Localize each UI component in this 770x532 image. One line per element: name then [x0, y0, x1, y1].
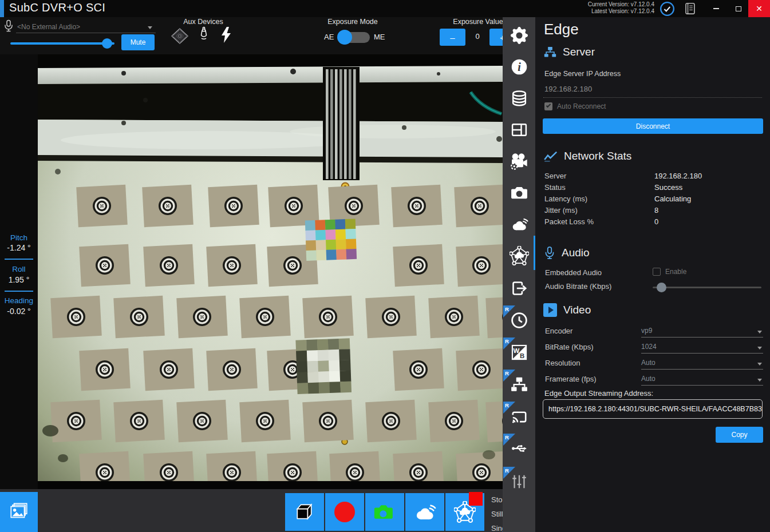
chevron-down-icon[interactable] — [148, 26, 152, 29]
auto-reconnect-row: Auto Reconnect — [544, 102, 606, 110]
sidebar-item-cast[interactable]: R — [503, 401, 535, 432]
sidebar-item-video-settings[interactable] — [503, 146, 535, 177]
audio-section-heading: Audio — [544, 246, 590, 260]
camera-icon — [511, 185, 528, 200]
sidebar-item-info[interactable]: i — [503, 51, 535, 82]
input-underline — [543, 97, 762, 98]
stream-address-label: Edge Output Streaming Address: — [544, 389, 653, 398]
page-title: Edge — [544, 21, 579, 38]
sidebar-item-cloud[interactable] — [503, 209, 535, 240]
svg-text:B: B — [519, 352, 524, 359]
edge-panel: Edge Server Edge Server IP Address 192.1… — [535, 17, 770, 532]
exposure-value: 0 — [468, 32, 487, 41]
server-section-heading: Server — [544, 46, 595, 58]
network-stats-heading: Network Stats — [544, 150, 631, 162]
sidebar-item-still-camera[interactable] — [503, 177, 535, 208]
copy-button[interactable]: Copy — [716, 427, 763, 443]
ip-address-input[interactable]: 192.168.2.180 — [544, 85, 592, 93]
sidebar-item-storage[interactable] — [503, 83, 535, 114]
sidebar-item-adjustments[interactable]: R — [503, 466, 535, 497]
divider — [5, 291, 33, 292]
gear-icon — [511, 27, 528, 44]
mute-button[interactable]: Mute — [121, 34, 155, 50]
cube-3d-icon — [294, 502, 315, 522]
audio-bitrate-knob[interactable] — [657, 283, 666, 292]
exposure-mode-label: Exposure Mode — [315, 18, 390, 26]
update-check-icon — [657, 0, 677, 17]
minimize-button[interactable] — [707, 0, 725, 17]
edge-pentagon-icon — [510, 246, 529, 265]
sidebar-item-export[interactable] — [503, 273, 535, 304]
divider — [5, 259, 33, 260]
stat-row: Latency (ms)Calculating — [544, 194, 762, 206]
bitrate-label: BitRate (Kbps) — [545, 343, 594, 351]
still-camera-icon — [373, 503, 396, 521]
usb-icon — [510, 440, 528, 456]
me-label: ME — [374, 33, 385, 41]
sidebar-item-edge[interactable] — [503, 240, 535, 271]
camera-feed — [38, 54, 503, 489]
embedded-audio-label: Embedded Audio — [545, 268, 602, 277]
laser-diamond-icon[interactable] — [171, 27, 189, 47]
sidebar-item-white-balance[interactable]: R WB — [503, 337, 535, 368]
chevron-down-icon[interactable] — [757, 363, 762, 366]
close-button[interactable]: ✕ — [748, 0, 770, 17]
chevron-down-icon[interactable] — [757, 331, 762, 334]
microphone-icon — [544, 246, 555, 260]
cube-3d-button[interactable] — [285, 493, 324, 531]
chevron-down-icon[interactable] — [757, 379, 762, 382]
bitrate-select[interactable]: 1024 — [641, 343, 657, 351]
record-icon — [334, 502, 355, 522]
toggle-knob[interactable] — [337, 30, 352, 45]
audio-device-select[interactable]: <No External Audio> — [17, 23, 80, 31]
sensor-panel: Pitch -1.24 ° Roll 1.95 ° Heading -0.02 … — [0, 54, 38, 489]
lamp-icon[interactable] — [197, 26, 211, 47]
edge-record-button[interactable] — [445, 493, 484, 531]
sidebar-item-network[interactable]: R — [503, 369, 535, 400]
encoder-select[interactable]: vp9 — [641, 327, 652, 335]
manual-icon[interactable] — [681, 0, 698, 17]
white-balance-icon: WB — [511, 344, 527, 360]
sidebar-item-timer[interactable]: R — [503, 305, 535, 336]
select-underline — [641, 385, 763, 386]
gallery-button[interactable] — [0, 492, 38, 532]
select-underline — [641, 369, 763, 370]
sidebar-item-settings[interactable] — [503, 20, 535, 51]
pitch-label: Pitch — [0, 233, 38, 242]
sidebar-item-layout[interactable] — [503, 114, 535, 145]
export-icon — [511, 280, 528, 296]
svg-text:i: i — [518, 61, 521, 73]
enable-checkbox[interactable] — [653, 268, 661, 276]
framerate-label: Framerate (fps) — [545, 375, 597, 383]
auto-reconnect-checkbox[interactable] — [544, 102, 552, 110]
resolution-label: Resolution — [545, 359, 580, 367]
pitch-value: -1.24 ° — [0, 243, 38, 252]
strobe-icon[interactable] — [220, 26, 232, 46]
exposure-decrease-button[interactable]: – — [440, 29, 465, 46]
latest-version: Latest Version: v7.12.0.4 — [588, 8, 654, 15]
disconnect-button[interactable]: Disconnect — [543, 118, 763, 134]
volume-slider-knob[interactable] — [102, 38, 112, 49]
audio-bitrate-slider[interactable] — [653, 287, 761, 288]
record-button[interactable] — [325, 493, 364, 531]
encoder-label: Encoder — [545, 327, 572, 335]
still-capture-button[interactable] — [365, 493, 404, 531]
current-version: Current Version: v7.12.0.4 — [588, 1, 654, 8]
stat-row: StatusSuccess — [544, 183, 762, 194]
maximize-button[interactable] — [729, 0, 748, 17]
cloud-upload-button[interactable] — [405, 493, 444, 531]
ae-label: AE — [324, 33, 334, 41]
select-underline — [641, 353, 763, 354]
framerate-select[interactable]: Auto — [641, 375, 656, 383]
resolution-select[interactable]: Auto — [641, 359, 656, 367]
version-info: Current Version: v7.12.0.4 Latest Versio… — [588, 1, 654, 15]
chevron-down-icon[interactable] — [757, 347, 762, 350]
exposure-mode-toggle[interactable] — [340, 32, 370, 43]
stream-address-input[interactable]: https://192.168.2.180:44301/SUBC-RWR-SHE… — [543, 399, 763, 419]
network-stats-heading-label: Network Stats — [564, 150, 631, 162]
sidebar-item-usb[interactable]: R — [503, 433, 535, 464]
underwater-test-scene — [38, 54, 503, 489]
volume-slider[interactable] — [10, 42, 114, 45]
network-icon — [511, 376, 528, 392]
roll-label: Roll — [0, 265, 38, 273]
